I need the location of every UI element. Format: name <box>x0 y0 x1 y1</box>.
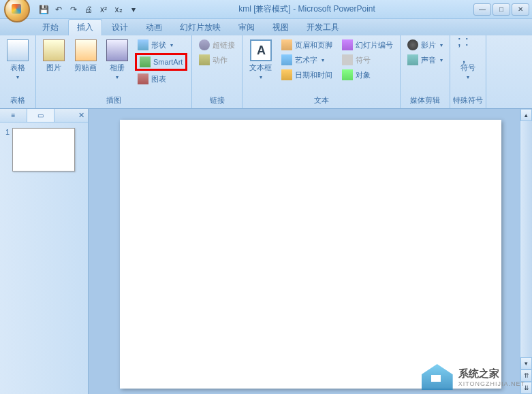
title-bar: 💾 ↶ ↷ 🖨 x² x₂ ▾ kml [兼容模式] - Microsoft P… <box>0 0 532 19</box>
tab-developer[interactable]: 开发工具 <box>298 20 347 35</box>
outline-tab[interactable]: ≡ <box>0 109 27 122</box>
watermark-title: 系统之家 <box>458 367 525 380</box>
undo-icon[interactable]: ↶ <box>52 3 65 16</box>
picture-icon <box>43 39 65 61</box>
album-button[interactable]: 相册 ▾ <box>102 37 132 83</box>
chevron-down-icon: ▾ <box>170 42 173 48</box>
object-button[interactable]: 对象 <box>339 68 396 82</box>
datetime-icon <box>281 69 292 80</box>
table-button[interactable]: 表格 ▾ <box>3 37 33 83</box>
slide-thumbnail[interactable] <box>12 128 75 171</box>
slidenumber-icon <box>342 39 353 50</box>
slidenumber-button[interactable]: 幻灯片编号 <box>339 38 396 52</box>
datetime-label: 日期和时间 <box>295 70 332 80</box>
picture-label: 图片 <box>46 63 61 73</box>
scroll-track[interactable] <box>520 121 532 357</box>
watermark-icon <box>422 364 453 390</box>
slide-canvas[interactable] <box>120 120 501 389</box>
minimize-button[interactable]: — <box>473 3 491 16</box>
shapes-label: 形状 <box>151 40 166 50</box>
group-label-links: 链接 <box>195 94 239 107</box>
textbox-label: 文本框 <box>249 63 272 73</box>
group-table: 表格 ▾ 表格 <box>0 35 36 108</box>
chevron-down-icon: ▾ <box>440 57 443 63</box>
table-label: 表格 <box>10 63 25 73</box>
textbox-icon <box>250 39 272 61</box>
shapes-button[interactable]: 形状 ▾ <box>135 38 187 52</box>
group-label-table: 表格 <box>3 94 33 107</box>
maximize-button[interactable]: □ <box>492 3 510 16</box>
group-label-symbols: 特殊符号 <box>453 94 483 107</box>
group-label-illustrations: 插图 <box>39 94 189 107</box>
hyperlink-icon <box>199 39 210 50</box>
superscript-icon[interactable]: x² <box>97 3 110 16</box>
ribbon-tabs: 开始 插入 设计 动画 幻灯片放映 审阅 视图 开发工具 <box>0 19 532 35</box>
chevron-down-icon: ▾ <box>16 74 19 80</box>
scroll-up-button[interactable]: ▴ <box>520 109 532 121</box>
symbol-icon: ; : ， <box>457 39 479 61</box>
tab-home[interactable]: 开始 <box>34 20 67 35</box>
group-illustrations: 图片 剪贴画 相册 ▾ 形状 ▾ SmartArt <box>36 35 192 108</box>
window-controls: — □ ✕ <box>473 3 529 16</box>
save-icon[interactable]: 💾 <box>37 3 50 16</box>
panel-tabs: ≡ ▭ ✕ <box>0 109 88 122</box>
smartart-icon <box>140 56 151 67</box>
headerfooter-button[interactable]: 页眉和页脚 <box>279 38 335 52</box>
action-button: 动作 <box>196 53 238 67</box>
slidenumber-label: 幻灯片编号 <box>356 40 393 50</box>
table-icon <box>7 39 29 61</box>
group-text: 文本框 ▾ 页眉和页脚 艺术字 ▾ 日期和时间 <box>242 35 401 108</box>
wordart-icon <box>281 54 292 65</box>
window-title: kml [兼容模式] - Microsoft PowerPoint <box>140 3 473 15</box>
picture-button[interactable]: 图片 <box>39 37 69 76</box>
object-label: 对象 <box>356 70 371 80</box>
shapes-icon <box>138 39 148 50</box>
chevron-down-icon: ▾ <box>467 74 469 80</box>
panel-close-button[interactable]: ✕ <box>74 109 88 122</box>
object-icon <box>342 69 353 80</box>
group-media: 影片 ▾ 声音 ▾ 媒体剪辑 <box>401 35 450 108</box>
print-icon[interactable]: 🖨 <box>82 3 95 16</box>
slides-tab[interactable]: ▭ <box>27 109 54 122</box>
album-icon <box>106 39 128 61</box>
datetime-button[interactable]: 日期和时间 <box>279 68 335 82</box>
group-links: 超链接 动作 链接 <box>192 35 242 108</box>
omega-icon <box>342 54 353 65</box>
redo-icon[interactable]: ↷ <box>67 3 80 16</box>
hyperlink-label: 超链接 <box>213 40 235 50</box>
quick-access-toolbar: 💾 ↶ ↷ 🖨 x² x₂ ▾ <box>37 3 140 16</box>
symbol-label: 符号 <box>460 63 475 73</box>
workspace: ≡ ▭ ✕ 1 ▴ ▾ ⇈ ⇊ <box>0 109 532 394</box>
textbox-button[interactable]: 文本框 ▾ <box>245 37 276 83</box>
symbol-button[interactable]: ; : ， 符号 ▾ <box>453 37 483 83</box>
headerfooter-icon <box>281 39 292 50</box>
tab-design[interactable]: 设计 <box>104 20 136 35</box>
ribbon: 表格 ▾ 表格 图片 剪贴画 相册 ▾ 形状 <box>0 35 532 109</box>
close-button[interactable]: ✕ <box>512 3 529 16</box>
clipart-button[interactable]: 剪贴画 <box>70 37 101 76</box>
movie-button[interactable]: 影片 ▾ <box>405 38 445 52</box>
group-label-text: 文本 <box>245 94 397 107</box>
tab-insert[interactable]: 插入 <box>68 19 102 35</box>
group-symbols: ; : ， 符号 ▾ 特殊符号 <box>450 35 486 108</box>
chevron-down-icon: ▾ <box>116 74 119 80</box>
chevron-down-icon: ▾ <box>440 42 443 48</box>
chart-button[interactable]: 图表 <box>135 72 187 86</box>
slide-editor: ▴ ▾ ⇈ ⇊ <box>89 109 532 394</box>
chart-icon <box>138 73 148 84</box>
group-label-media: 媒体剪辑 <box>403 94 447 107</box>
action-label: 动作 <box>213 55 228 65</box>
tab-animation[interactable]: 动画 <box>138 20 170 35</box>
tab-slideshow[interactable]: 幻灯片放映 <box>172 20 229 35</box>
subscript-icon[interactable]: x₂ <box>112 3 125 16</box>
smartart-button[interactable]: SmartArt <box>135 53 187 71</box>
tab-view[interactable]: 视图 <box>264 20 297 35</box>
tab-review[interactable]: 审阅 <box>230 20 263 35</box>
sound-button[interactable]: 声音 ▾ <box>405 53 445 67</box>
symbolchar-button: 符号 <box>339 53 396 67</box>
qat-dropdown-icon[interactable]: ▾ <box>127 3 140 16</box>
headerfooter-label: 页眉和页脚 <box>295 40 332 50</box>
wordart-button[interactable]: 艺术字 ▾ <box>279 53 335 67</box>
movie-icon <box>407 39 418 50</box>
vertical-scrollbar: ▴ ▾ ⇈ ⇊ <box>520 109 532 394</box>
